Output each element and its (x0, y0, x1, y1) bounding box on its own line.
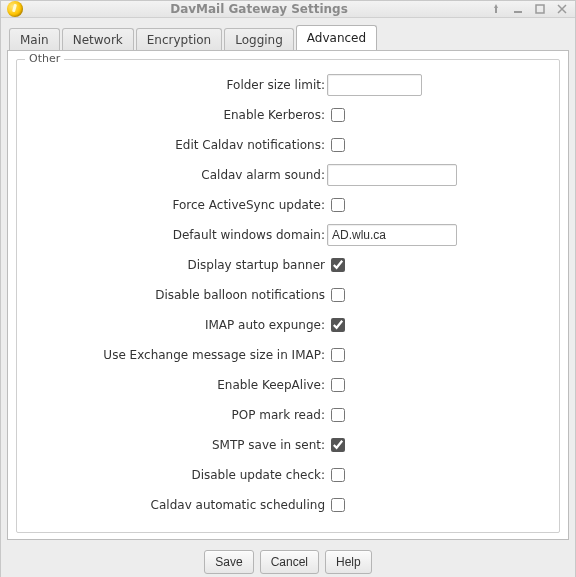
label-use-exchange-message-size-imap: Use Exchange message size in IMAP: (27, 348, 327, 362)
checkbox-disable-update-check[interactable] (331, 468, 345, 482)
row-force-activesync-update: Force ActiveSync update: (27, 190, 549, 220)
label-edit-caldav-notifications: Edit Caldav notifications: (27, 138, 327, 152)
row-enable-keepalive: Enable KeepAlive: (27, 370, 549, 400)
maximize-icon[interactable] (533, 2, 547, 16)
checkbox-use-exchange-message-size-imap[interactable] (331, 348, 345, 362)
close-icon[interactable] (555, 2, 569, 16)
cancel-button[interactable]: Cancel (260, 550, 319, 574)
tab-encryption[interactable]: Encryption (136, 28, 222, 51)
tab-bar: Main Network Encryption Logging Advanced (7, 24, 569, 50)
window-controls (489, 2, 569, 16)
row-enable-kerberos: Enable Kerberos: (27, 100, 549, 130)
label-imap-auto-expunge: IMAP auto expunge: (27, 318, 327, 332)
row-smtp-save-in-sent: SMTP save in sent: (27, 430, 549, 460)
checkbox-imap-auto-expunge[interactable] (331, 318, 345, 332)
label-smtp-save-in-sent: SMTP save in sent: (27, 438, 327, 452)
tab-advanced[interactable]: Advanced (296, 25, 377, 50)
label-enable-keepalive: Enable KeepAlive: (27, 378, 327, 392)
row-caldav-alarm-sound: Caldav alarm sound: (27, 160, 549, 190)
label-disable-balloon-notifications: Disable balloon notifications (27, 288, 327, 302)
app-icon (7, 1, 23, 17)
label-enable-kerberos: Enable Kerberos: (27, 108, 327, 122)
checkbox-force-activesync-update[interactable] (331, 198, 345, 212)
client-area: Main Network Encryption Logging Advanced… (1, 18, 575, 577)
minimize-icon[interactable] (511, 2, 525, 16)
form-rows: Folder size limit: Enable Kerberos: Edit… (27, 70, 549, 520)
checkbox-pop-mark-read[interactable] (331, 408, 345, 422)
tab-panel-advanced: Other Folder size limit: Enable Kerberos… (7, 50, 569, 540)
checkbox-caldav-automatic-scheduling[interactable] (331, 498, 345, 512)
checkbox-enable-keepalive[interactable] (331, 378, 345, 392)
row-use-exchange-message-size-imap: Use Exchange message size in IMAP: (27, 340, 549, 370)
row-edit-caldav-notifications: Edit Caldav notifications: (27, 130, 549, 160)
input-caldav-alarm-sound[interactable] (327, 164, 457, 186)
window-title: DavMail Gateway Settings (29, 2, 489, 16)
label-caldav-automatic-scheduling: Caldav automatic scheduling (27, 498, 327, 512)
tab-main[interactable]: Main (9, 28, 60, 51)
checkbox-edit-caldav-notifications[interactable] (331, 138, 345, 152)
svg-rect-0 (514, 11, 522, 13)
row-default-windows-domain: Default windows domain: (27, 220, 549, 250)
label-disable-update-check: Disable update check: (27, 468, 327, 482)
row-pop-mark-read: POP mark read: (27, 400, 549, 430)
label-caldav-alarm-sound: Caldav alarm sound: (27, 168, 327, 182)
group-other: Other Folder size limit: Enable Kerberos… (16, 59, 560, 533)
row-folder-size-limit: Folder size limit: (27, 70, 549, 100)
row-disable-update-check: Disable update check: (27, 460, 549, 490)
checkbox-display-startup-banner[interactable] (331, 258, 345, 272)
label-force-activesync-update: Force ActiveSync update: (27, 198, 327, 212)
button-row: Save Cancel Help (7, 540, 569, 577)
label-display-startup-banner: Display startup banner (27, 258, 327, 272)
row-imap-auto-expunge: IMAP auto expunge: (27, 310, 549, 340)
row-caldav-automatic-scheduling: Caldav automatic scheduling (27, 490, 549, 520)
save-button[interactable]: Save (204, 550, 253, 574)
group-legend: Other (25, 52, 64, 65)
label-folder-size-limit: Folder size limit: (27, 78, 327, 92)
row-display-startup-banner: Display startup banner (27, 250, 549, 280)
input-default-windows-domain[interactable] (327, 224, 457, 246)
svg-rect-1 (536, 5, 544, 13)
titlebar: DavMail Gateway Settings (1, 1, 575, 18)
row-disable-balloon-notifications: Disable balloon notifications (27, 280, 549, 310)
checkbox-disable-balloon-notifications[interactable] (331, 288, 345, 302)
settings-window: DavMail Gateway Settings Main Network En… (0, 0, 576, 577)
input-folder-size-limit[interactable] (327, 74, 422, 96)
help-button[interactable]: Help (325, 550, 372, 574)
checkbox-enable-kerberos[interactable] (331, 108, 345, 122)
tab-network[interactable]: Network (62, 28, 134, 51)
keep-above-icon[interactable] (489, 2, 503, 16)
label-pop-mark-read: POP mark read: (27, 408, 327, 422)
tab-logging[interactable]: Logging (224, 28, 294, 51)
label-default-windows-domain: Default windows domain: (27, 228, 327, 242)
checkbox-smtp-save-in-sent[interactable] (331, 438, 345, 452)
